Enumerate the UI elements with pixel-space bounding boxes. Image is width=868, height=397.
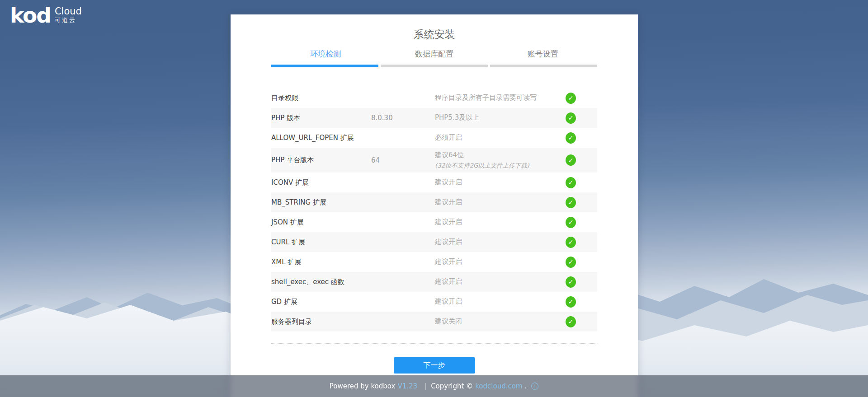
check-hint-note: (32位不支持2G以上文件上传下载) (435, 161, 566, 170)
progress-segment-3 (490, 65, 597, 67)
check-label: shell_exec、exec 函数 (271, 278, 371, 286)
table-row: PHP 平台版本 64 建议64位 (32位不支持2G以上文件上传下载) ✓ (271, 148, 597, 173)
logo-kod-text: kod (10, 5, 51, 26)
tab-account-settings[interactable]: 账号设置 (489, 49, 597, 59)
table-row: JSON 扩展 建议开启 ✓ (271, 212, 597, 232)
table-row: 服务器列目录 建议关闭 ✓ (271, 312, 597, 332)
check-hint: 建议开启 (435, 237, 566, 247)
table-row: GD 扩展 建议开启 ✓ (271, 292, 597, 312)
table-row: shell_exec、exec 函数 建议开启 ✓ (271, 272, 597, 292)
check-ok-icon: ✓ (566, 237, 576, 248)
kodcloud-logo[interactable]: kod Cloud 可道云 (10, 5, 82, 26)
table-row: MB_STRING 扩展 建议开启 ✓ (271, 192, 597, 212)
check-ok-icon: ✓ (566, 257, 576, 268)
kodcloud-site-link[interactable]: kodcloud.com (475, 382, 522, 390)
table-row: CURL 扩展 建议开启 ✓ (271, 232, 597, 252)
check-hint: 建议开启 (435, 297, 566, 307)
info-icon[interactable]: i (531, 383, 538, 390)
table-row: ALLOW_URL_FOPEN 扩展 必须开启 ✓ (271, 128, 597, 148)
check-label: 目录权限 (271, 94, 371, 103)
check-hint-line1: 建议64位 (435, 150, 566, 160)
footer-period: . (524, 382, 527, 390)
logo-chinese-text: 可道云 (55, 17, 82, 24)
installer-card: 系统安装 环境检测 数据库配置 账号设置 目录权限 程序目录及所有子目录需要可读… (231, 14, 638, 397)
progress-segment-2 (381, 65, 488, 67)
check-hint: 建议开启 (435, 257, 566, 267)
table-row: 目录权限 程序目录及所有子目录需要可读写 ✓ (271, 88, 597, 108)
check-label: JSON 扩展 (271, 218, 371, 227)
page-title: 系统安装 (271, 28, 597, 41)
powered-by-text: Powered by kodbox (330, 382, 396, 390)
check-label: ALLOW_URL_FOPEN 扩展 (271, 134, 371, 142)
version-link[interactable]: V1.23 (397, 382, 417, 390)
table-row: ICONV 扩展 建议开启 ✓ (271, 173, 597, 192)
check-ok-icon: ✓ (566, 93, 576, 104)
check-value: 64 (371, 156, 435, 164)
check-label: MB_STRING 扩展 (271, 198, 371, 207)
logo-cloud-text: Cloud (55, 6, 82, 17)
check-value: 8.0.30 (371, 114, 435, 122)
check-ok-icon: ✓ (566, 132, 576, 144)
check-ok-icon: ✓ (566, 316, 576, 327)
footer-separator: | (424, 382, 426, 390)
check-label: PHP 版本 (271, 114, 371, 122)
section-divider (271, 343, 597, 344)
check-hint: 建议64位 (32位不支持2G以上文件上传下载) (435, 150, 566, 170)
check-ok-icon: ✓ (566, 197, 576, 208)
progress-segment-1 (271, 65, 378, 67)
check-hint: 建议开启 (435, 217, 566, 227)
footer-bar: Powered by kodbox V1.23 | Copyright © ko… (0, 375, 868, 397)
check-label: 服务器列目录 (271, 318, 371, 326)
check-ok-icon: ✓ (566, 177, 576, 188)
check-label: CURL 扩展 (271, 238, 371, 247)
check-label: ICONV 扩展 (271, 178, 371, 187)
check-label: PHP 平台版本 (271, 156, 371, 164)
copyright-text: Copyright © (431, 382, 473, 390)
check-ok-icon: ✓ (566, 296, 576, 308)
tab-database-config[interactable]: 数据库配置 (380, 49, 488, 59)
check-ok-icon: ✓ (566, 154, 576, 166)
check-ok-icon: ✓ (566, 276, 576, 288)
environment-check-table: 目录权限 程序目录及所有子目录需要可读写 ✓ PHP 版本 8.0.30 PHP… (271, 88, 597, 332)
next-step-button[interactable]: 下一步 (394, 357, 475, 374)
check-hint: 必须开启 (435, 133, 566, 143)
check-hint: 建议开启 (435, 177, 566, 187)
check-label: XML 扩展 (271, 258, 371, 266)
check-ok-icon: ✓ (566, 112, 576, 124)
check-hint: 程序目录及所有子目录需要可读写 (435, 93, 566, 103)
check-hint: 建议开启 (435, 277, 566, 287)
check-hint: PHP5.3及以上 (435, 113, 566, 123)
check-hint: 建议开启 (435, 197, 566, 207)
step-progress-bar (271, 65, 597, 67)
tab-environment-check[interactable]: 环境检测 (271, 49, 380, 59)
installer-steps: 环境检测 数据库配置 账号设置 (271, 49, 597, 59)
check-label: GD 扩展 (271, 298, 371, 306)
table-row: XML 扩展 建议开启 ✓ (271, 252, 597, 272)
check-hint: 建议关闭 (435, 317, 566, 327)
table-row: PHP 版本 8.0.30 PHP5.3及以上 ✓ (271, 108, 597, 128)
check-ok-icon: ✓ (566, 217, 576, 228)
